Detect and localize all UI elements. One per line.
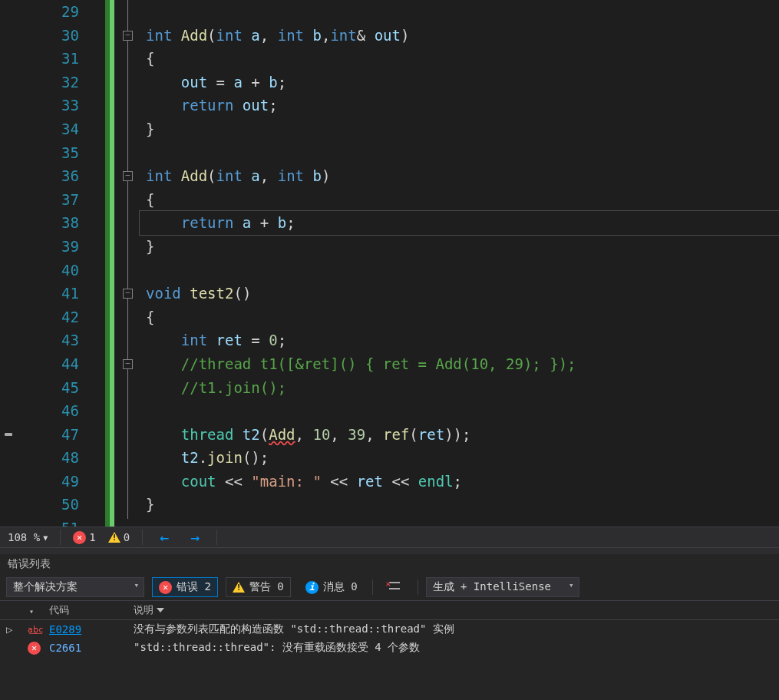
error-list-toolbar: 整个解决方案 ✕ 错误 2 警告 0 i 消息 0 生成 + IntelliSe… [0, 574, 779, 600]
nav-back-button[interactable]: ← [155, 528, 173, 546]
error-icon: ✕ [28, 642, 41, 655]
code-column-header[interactable]: 代码 [49, 603, 134, 617]
warning-count[interactable]: 0 [108, 531, 130, 543]
code-line[interactable]: } [146, 493, 779, 517]
code-line[interactable]: { [146, 188, 779, 212]
info-icon: i [305, 581, 319, 594]
code-line[interactable] [146, 399, 779, 423]
code-line[interactable]: int ret = 0; [146, 329, 779, 352]
separator [372, 579, 373, 595]
error-list-panel: 错误列表 整个解决方案 ✕ 错误 2 警告 0 i 消息 0 生成 + Inte… [0, 554, 779, 700]
errors-filter-button[interactable]: ✕ 错误 2 [152, 577, 218, 597]
severity-column-header[interactable] [28, 605, 49, 616]
code-column-label: 代码 [49, 604, 69, 616]
code-line[interactable]: //t1.join(); [146, 376, 779, 400]
messages-filter-label: 消息 0 [323, 580, 358, 594]
source-value: 生成 + IntelliSense [433, 580, 551, 593]
zoom-value: 108 % [8, 531, 40, 543]
error-code[interactable]: E0289 [49, 623, 134, 636]
code-line[interactable]: int Add(int a, int b,int& out) [146, 24, 779, 48]
error-row[interactable]: ▷a͟b͟cE0289没有与参数列表匹配的构造函数 "std::thread::… [0, 620, 779, 639]
expand-toggle[interactable]: ▷ [6, 623, 28, 636]
clear-filter-button[interactable] [381, 577, 410, 597]
code-line[interactable] [146, 141, 779, 165]
error-table-header: 代码 说明 [0, 600, 779, 620]
panel-splitter[interactable] [0, 548, 779, 554]
warnings-filter-button[interactable]: 警告 0 [226, 577, 291, 597]
fold-toggle[interactable]: − [123, 359, 133, 369]
scope-dropdown[interactable]: 整个解决方案 [6, 577, 144, 597]
code-editor[interactable]: 2930313233343536373839404142434445464748… [0, 0, 779, 527]
error-description: 没有与参数列表匹配的构造函数 "std::thread::thread" 实例 [134, 622, 773, 636]
description-column-header[interactable]: 说明 [134, 603, 773, 617]
code-line[interactable]: int Add(int a, int b) [146, 164, 779, 188]
filter-clear-icon [388, 580, 403, 594]
fold-toggle[interactable]: − [123, 31, 133, 41]
code-line[interactable]: out = a + b; [146, 71, 779, 94]
separator [142, 530, 143, 545]
separator [60, 530, 61, 545]
code-line[interactable] [146, 0, 779, 24]
panel-title: 错误列表 [0, 554, 779, 574]
warnings-filter-label: 警告 0 [249, 580, 284, 594]
separator [418, 579, 418, 595]
breakpoint-column[interactable] [0, 0, 15, 527]
code-line[interactable]: { [146, 305, 779, 329]
code-line[interactable]: } [146, 117, 779, 141]
fold-column[interactable]: −−−− [123, 0, 138, 527]
error-row[interactable]: ✕C2661"std::thread::thread": 没有重载函数接受 4 … [0, 639, 779, 657]
code-line[interactable]: thread t2(Add, 10, 39, ref(ret)); [146, 423, 779, 447]
code-line[interactable]: { [146, 47, 779, 71]
code-line[interactable]: return a + b; [146, 211, 779, 235]
fold-toggle[interactable]: − [123, 171, 133, 181]
code-line[interactable] [146, 517, 779, 527]
intellisense-error-icon: a͟b͟c [28, 625, 44, 635]
error-count[interactable]: ✕ 1 [73, 531, 95, 544]
severity-cell: ✕ [28, 642, 49, 655]
messages-filter-button[interactable]: i 消息 0 [299, 577, 365, 597]
error-count-value: 1 [89, 531, 95, 543]
code-line[interactable]: t2.join(); [146, 446, 779, 470]
sort-descending-icon [157, 608, 164, 612]
warning-icon [233, 582, 245, 593]
code-line[interactable]: return out; [146, 94, 779, 117]
code-content[interactable]: int Add(int a, int b,int& out){ out = a … [146, 0, 779, 527]
error-table-body: ▷a͟b͟cE0289没有与参数列表匹配的构造函数 "std::thread::… [0, 620, 779, 657]
scope-value: 整个解决方案 [13, 580, 78, 593]
code-line[interactable]: cout << "main: " << ret << endl; [146, 470, 779, 494]
separator [216, 530, 217, 545]
chevron-down-icon: ▼ [43, 533, 48, 542]
severity-cell: a͟b͟c [28, 625, 49, 635]
fold-toggle[interactable]: − [123, 289, 133, 299]
zoom-dropdown[interactable]: 108 % ▼ [8, 531, 48, 543]
warning-count-value: 0 [124, 531, 130, 543]
margin-marker [5, 433, 12, 436]
change-indicator [100, 0, 123, 527]
source-dropdown[interactable]: 生成 + IntelliSense [426, 577, 579, 597]
description-column-label: 说明 [134, 603, 153, 617]
error-icon: ✕ [73, 531, 86, 544]
error-icon: ✕ [159, 581, 172, 594]
code-line[interactable]: } [146, 235, 779, 259]
error-description: "std::thread::thread": 没有重载函数接受 4 个参数 [134, 641, 773, 655]
code-line[interactable]: //thread t1([&ret]() { ret = Add(10, 29)… [146, 352, 779, 376]
editor-status-bar: 108 % ▼ ✕ 1 0 ← → [0, 527, 779, 548]
warning-icon [108, 532, 120, 543]
code-line[interactable] [146, 259, 779, 282]
nav-forward-button[interactable]: → [186, 528, 204, 546]
errors-filter-label: 错误 2 [177, 580, 211, 594]
code-line[interactable]: void test2() [146, 282, 779, 305]
error-code[interactable]: C2661 [49, 642, 134, 654]
